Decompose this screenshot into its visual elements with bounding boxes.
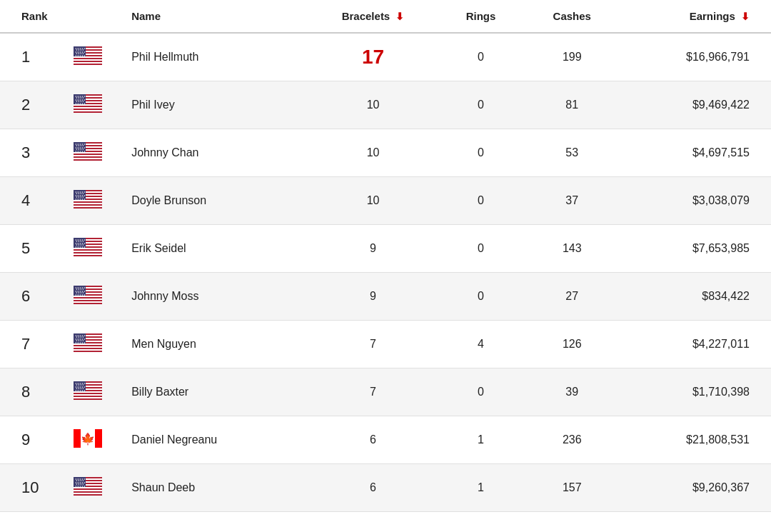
svg-rect-160 (74, 255, 102, 256)
cell-cashes: 236 (523, 416, 622, 464)
cell-earnings: $7,653,985 (622, 225, 771, 273)
cell-cashes: 143 (523, 225, 622, 273)
table-row: 8 ★★★★★ ★★★★ ★★★★★ ★★★★ (0, 368, 771, 416)
cell-flag: ★★★★★ ★★★★ ★★★★★ ★★★★ ★★★★★ (66, 33, 124, 81)
cell-name: Daniel Negreanu (124, 416, 306, 464)
cell-flag: ★★★★★ ★★★★ ★★★★★ ★★★★ ★★★★★ (66, 464, 124, 512)
cell-flag: 🍁 (66, 416, 124, 464)
cell-flag: ★★★★★ ★★★★ ★★★★★ ★★★★ ★★★★★ (66, 129, 124, 177)
svg-rect-296 (74, 429, 81, 448)
cell-flag: ★★★★★ ★★★★ ★★★★★ ★★★★ ★★★★★ (66, 81, 124, 129)
svg-text:★: ★ (83, 102, 85, 105)
header-flag (66, 0, 124, 33)
cell-name: Doyle Brunson (124, 177, 306, 225)
leaderboard-table: Rank Name Bracelets ⬇ Rings Cashes Earni… (0, 0, 771, 512)
cell-earnings: $16,966,791 (622, 33, 771, 81)
svg-rect-309 (74, 490, 102, 491)
cell-bracelets: 7 (307, 368, 440, 416)
header-earnings[interactable]: Earnings ⬇ (622, 0, 771, 33)
cell-bracelets: 9 (307, 273, 440, 321)
country-flag: ★★★★★ ★★★★ ★★★★★ ★★★★ ★★★★★ (74, 486, 102, 498)
svg-rect-230 (74, 345, 102, 346)
svg-rect-193 (74, 297, 102, 298)
svg-rect-310 (74, 491, 102, 493)
bracelets-sort-icon[interactable]: ⬇ (395, 11, 404, 22)
svg-rect-233 (74, 349, 102, 351)
cell-rings: 1 (439, 416, 522, 464)
cell-flag: ★★★★★ ★★★★ ★★★★★ ★★★★ ★★★★★ (66, 273, 124, 321)
header-rings: Rings (439, 0, 522, 33)
bracelets-value: 10 (367, 194, 380, 206)
svg-rect-231 (74, 346, 102, 348)
svg-rect-271 (74, 398, 102, 400)
cell-name: Erik Seidel (124, 225, 306, 273)
svg-text:★: ★ (83, 54, 85, 57)
cell-bracelets: 6 (307, 416, 440, 464)
cell-rings: 0 (439, 273, 522, 321)
svg-rect-234 (74, 351, 102, 352)
svg-rect-121 (74, 204, 102, 206)
cell-rings: 0 (439, 368, 522, 416)
svg-rect-156 (74, 249, 102, 251)
svg-rect-268 (74, 394, 102, 396)
svg-rect-48 (74, 110, 102, 111)
svg-rect-232 (74, 348, 102, 349)
svg-rect-123 (74, 207, 102, 209)
table-row: 10 ★★★★★ ★★★★ ★★★★★ ★★★★ (0, 464, 771, 512)
cell-cashes: 37 (523, 177, 622, 225)
svg-text:★: ★ (83, 246, 85, 249)
cell-earnings: $4,697,515 (622, 129, 771, 177)
cell-bracelets: 10 (307, 81, 440, 129)
cell-bracelets: 9 (307, 225, 440, 273)
cell-rank: 9 (0, 416, 66, 464)
country-flag: ★★★★★ ★★★★ ★★★★★ ★★★★ ★★★★★ (74, 294, 102, 306)
svg-rect-269 (74, 396, 102, 397)
cell-rank: 5 (0, 225, 66, 273)
svg-rect-158 (74, 252, 102, 254)
svg-rect-122 (74, 206, 102, 207)
country-flag: ★★★★★ ★★★★ ★★★★★ ★★★★ ★★★★★ (74, 246, 102, 259)
svg-rect-298 (95, 429, 102, 448)
table-row: 4 ★★★★★ ★★★★ ★★★★★ ★★★★ (0, 177, 771, 225)
bracelets-value: 6 (370, 433, 376, 446)
bracelets-value: 7 (370, 386, 376, 398)
svg-text:★: ★ (83, 485, 85, 488)
svg-rect-9 (74, 59, 102, 61)
cell-earnings: $9,469,422 (622, 81, 771, 129)
cell-rings: 0 (439, 33, 522, 81)
table-row: 3 ★★★★★ ★★★★ ★★★★★ ★★★★ (0, 129, 771, 177)
earnings-sort-icon[interactable]: ⬇ (741, 11, 750, 22)
cell-rings: 0 (439, 225, 522, 273)
cell-earnings: $3,038,079 (622, 177, 771, 225)
cell-flag: ★★★★★ ★★★★ ★★★★★ ★★★★ ★★★★★ (66, 368, 124, 416)
cell-bracelets: 10 (307, 177, 440, 225)
svg-rect-86 (74, 159, 102, 161)
bracelets-value: 10 (367, 99, 380, 111)
svg-rect-47 (74, 109, 102, 110)
country-flag: ★★★★★ ★★★★ ★★★★★ ★★★★ ★★★★★ (74, 199, 102, 211)
svg-rect-8 (74, 58, 102, 59)
svg-rect-120 (74, 203, 102, 204)
cell-earnings: $834,422 (622, 273, 771, 321)
header-bracelets[interactable]: Bracelets ⬇ (307, 0, 440, 33)
svg-rect-308 (74, 488, 102, 490)
cell-bracelets: 6 (307, 464, 440, 512)
cell-name: Billy Baxter (124, 368, 306, 416)
svg-rect-157 (74, 251, 102, 252)
cell-rank: 4 (0, 177, 66, 225)
svg-rect-85 (74, 158, 102, 159)
cell-flag: ★★★★★ ★★★★ ★★★★★ ★★★★ ★★★★★ (66, 321, 124, 368)
cell-rank: 6 (0, 273, 66, 321)
cell-rings: 0 (439, 129, 522, 177)
cell-name: Johnny Chan (124, 129, 306, 177)
table-row: 5 ★★★★★ ★★★★ ★★★★★ ★★★★ (0, 225, 771, 273)
bracelets-value: 6 (370, 481, 376, 493)
cell-bracelets: 17 (307, 33, 440, 81)
bracelets-label: Bracelets (342, 10, 390, 22)
svg-rect-196 (74, 301, 102, 303)
svg-rect-270 (74, 397, 102, 398)
table-row: 7 ★★★★★ ★★★★ ★★★★★ ★★★★ (0, 321, 771, 368)
country-flag: 🍁 (74, 438, 102, 450)
cell-earnings: $21,808,531 (622, 416, 771, 464)
cell-rank: 2 (0, 81, 66, 129)
